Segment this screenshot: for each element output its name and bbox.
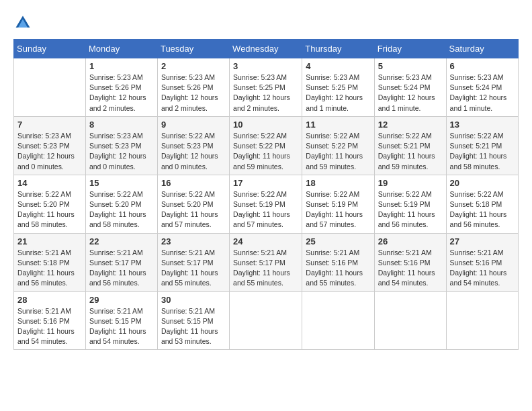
calendar-cell: 2Sunrise: 5:23 AM Sunset: 5:26 PM Daylig… [157, 58, 229, 117]
calendar-week-row: 1Sunrise: 5:23 AM Sunset: 5:26 PM Daylig… [14, 58, 519, 117]
day-number: 4 [306, 61, 370, 71]
day-info: Sunrise: 5:23 AM Sunset: 5:25 PM Dayligh… [233, 73, 298, 113]
day-number: 14 [17, 178, 82, 188]
day-number: 18 [306, 178, 370, 188]
calendar-cell: 27Sunrise: 5:21 AM Sunset: 5:16 PM Dayli… [446, 233, 518, 291]
day-info: Sunrise: 5:23 AM Sunset: 5:23 PM Dayligh… [17, 131, 82, 172]
day-info: Sunrise: 5:21 AM Sunset: 5:16 PM Dayligh… [450, 248, 515, 289]
day-number: 23 [161, 236, 226, 246]
calendar-cell [230, 291, 302, 350]
calendar-table: SundayMondayTuesdayWednesdayThursdayFrid… [13, 39, 519, 350]
calendar-cell: 12Sunrise: 5:22 AM Sunset: 5:21 PM Dayli… [374, 116, 446, 175]
day-number: 24 [233, 236, 298, 246]
day-number: 7 [17, 120, 82, 130]
day-info: Sunrise: 5:21 AM Sunset: 5:15 PM Dayligh… [161, 306, 226, 347]
day-number: 3 [233, 61, 298, 71]
calendar-cell: 25Sunrise: 5:21 AM Sunset: 5:16 PM Dayli… [302, 233, 374, 291]
day-number: 26 [378, 236, 443, 246]
calendar-cell: 6Sunrise: 5:23 AM Sunset: 5:24 PM Daylig… [446, 58, 518, 117]
day-number: 20 [450, 178, 515, 188]
day-info: Sunrise: 5:22 AM Sunset: 5:20 PM Dayligh… [89, 189, 154, 230]
weekday-header: Tuesday [157, 40, 229, 58]
day-info: Sunrise: 5:23 AM Sunset: 5:25 PM Dayligh… [306, 73, 370, 113]
calendar-cell: 14Sunrise: 5:22 AM Sunset: 5:20 PM Dayli… [14, 175, 86, 233]
day-number: 16 [161, 178, 226, 188]
day-number: 13 [450, 120, 515, 130]
calendar-cell: 20Sunrise: 5:22 AM Sunset: 5:18 PM Dayli… [446, 175, 518, 233]
day-number: 29 [89, 295, 154, 305]
day-number: 9 [161, 120, 226, 130]
day-number: 15 [89, 178, 154, 188]
calendar-cell: 11Sunrise: 5:22 AM Sunset: 5:22 PM Dayli… [302, 116, 374, 175]
calendar-cell: 24Sunrise: 5:21 AM Sunset: 5:17 PM Dayli… [230, 233, 302, 291]
calendar-cell: 21Sunrise: 5:21 AM Sunset: 5:18 PM Dayli… [14, 233, 86, 291]
calendar-cell: 30Sunrise: 5:21 AM Sunset: 5:15 PM Dayli… [157, 291, 229, 350]
day-info: Sunrise: 5:22 AM Sunset: 5:19 PM Dayligh… [378, 189, 443, 230]
calendar-cell: 28Sunrise: 5:21 AM Sunset: 5:16 PM Dayli… [14, 291, 86, 350]
calendar-cell: 23Sunrise: 5:21 AM Sunset: 5:17 PM Dayli… [157, 233, 229, 291]
calendar-cell: 7Sunrise: 5:23 AM Sunset: 5:23 PM Daylig… [14, 116, 86, 175]
calendar-cell: 13Sunrise: 5:22 AM Sunset: 5:21 PM Dayli… [446, 116, 518, 175]
day-info: Sunrise: 5:22 AM Sunset: 5:18 PM Dayligh… [450, 189, 515, 230]
day-info: Sunrise: 5:22 AM Sunset: 5:21 PM Dayligh… [450, 131, 515, 172]
day-info: Sunrise: 5:21 AM Sunset: 5:17 PM Dayligh… [161, 248, 226, 289]
day-number: 10 [233, 120, 298, 130]
weekday-header: Sunday [14, 40, 86, 58]
logo [13, 13, 35, 32]
calendar-cell [374, 291, 446, 350]
day-info: Sunrise: 5:23 AM Sunset: 5:26 PM Dayligh… [89, 73, 154, 113]
calendar-cell: 26Sunrise: 5:21 AM Sunset: 5:16 PM Dayli… [374, 233, 446, 291]
day-info: Sunrise: 5:21 AM Sunset: 5:17 PM Dayligh… [89, 248, 154, 289]
calendar-week-row: 28Sunrise: 5:21 AM Sunset: 5:16 PM Dayli… [14, 291, 519, 350]
calendar-cell: 1Sunrise: 5:23 AM Sunset: 5:26 PM Daylig… [85, 58, 157, 117]
day-info: Sunrise: 5:22 AM Sunset: 5:19 PM Dayligh… [233, 189, 298, 230]
day-number: 21 [17, 236, 82, 246]
day-info: Sunrise: 5:22 AM Sunset: 5:20 PM Dayligh… [17, 189, 82, 230]
calendar-cell: 9Sunrise: 5:22 AM Sunset: 5:23 PM Daylig… [157, 116, 229, 175]
calendar-cell [14, 58, 86, 117]
weekday-header: Saturday [446, 40, 518, 58]
weekday-header: Thursday [302, 40, 374, 58]
calendar-cell: 17Sunrise: 5:22 AM Sunset: 5:19 PM Dayli… [230, 175, 302, 233]
calendar-cell: 22Sunrise: 5:21 AM Sunset: 5:17 PM Dayli… [85, 233, 157, 291]
day-info: Sunrise: 5:21 AM Sunset: 5:16 PM Dayligh… [306, 248, 370, 289]
calendar-cell: 8Sunrise: 5:23 AM Sunset: 5:23 PM Daylig… [85, 116, 157, 175]
day-info: Sunrise: 5:23 AM Sunset: 5:23 PM Dayligh… [89, 131, 154, 172]
calendar-cell [446, 291, 518, 350]
day-info: Sunrise: 5:22 AM Sunset: 5:22 PM Dayligh… [306, 131, 370, 172]
calendar-week-row: 7Sunrise: 5:23 AM Sunset: 5:23 PM Daylig… [14, 116, 519, 175]
calendar-cell: 5Sunrise: 5:23 AM Sunset: 5:24 PM Daylig… [374, 58, 446, 117]
day-info: Sunrise: 5:22 AM Sunset: 5:22 PM Dayligh… [233, 131, 298, 172]
weekday-header: Friday [374, 40, 446, 58]
day-info: Sunrise: 5:22 AM Sunset: 5:23 PM Dayligh… [161, 131, 226, 172]
day-info: Sunrise: 5:22 AM Sunset: 5:19 PM Dayligh… [306, 189, 370, 230]
day-number: 27 [450, 236, 515, 246]
weekday-header: Wednesday [230, 40, 302, 58]
weekday-header: Monday [85, 40, 157, 58]
calendar-cell: 15Sunrise: 5:22 AM Sunset: 5:20 PM Dayli… [85, 175, 157, 233]
calendar-cell: 4Sunrise: 5:23 AM Sunset: 5:25 PM Daylig… [302, 58, 374, 117]
calendar-cell: 16Sunrise: 5:22 AM Sunset: 5:20 PM Dayli… [157, 175, 229, 233]
day-info: Sunrise: 5:23 AM Sunset: 5:24 PM Dayligh… [450, 73, 515, 113]
day-number: 22 [89, 236, 154, 246]
calendar-cell: 29Sunrise: 5:21 AM Sunset: 5:15 PM Dayli… [85, 291, 157, 350]
calendar-cell: 19Sunrise: 5:22 AM Sunset: 5:19 PM Dayli… [374, 175, 446, 233]
day-info: Sunrise: 5:21 AM Sunset: 5:18 PM Dayligh… [17, 248, 82, 289]
day-info: Sunrise: 5:23 AM Sunset: 5:26 PM Dayligh… [161, 73, 226, 113]
calendar-cell [302, 291, 374, 350]
calendar-week-row: 21Sunrise: 5:21 AM Sunset: 5:18 PM Dayli… [14, 233, 519, 291]
calendar-week-row: 14Sunrise: 5:22 AM Sunset: 5:20 PM Dayli… [14, 175, 519, 233]
day-number: 28 [17, 295, 82, 305]
day-number: 6 [450, 61, 515, 71]
calendar-header: SundayMondayTuesdayWednesdayThursdayFrid… [14, 40, 519, 58]
calendar-cell: 18Sunrise: 5:22 AM Sunset: 5:19 PM Dayli… [302, 175, 374, 233]
day-info: Sunrise: 5:21 AM Sunset: 5:16 PM Dayligh… [378, 248, 443, 289]
day-number: 2 [161, 61, 226, 71]
logo-icon [13, 13, 32, 32]
calendar-cell: 3Sunrise: 5:23 AM Sunset: 5:25 PM Daylig… [230, 58, 302, 117]
page-header [13, 13, 519, 32]
day-info: Sunrise: 5:22 AM Sunset: 5:20 PM Dayligh… [161, 189, 226, 230]
day-number: 19 [378, 178, 443, 188]
day-number: 12 [378, 120, 443, 130]
day-info: Sunrise: 5:22 AM Sunset: 5:21 PM Dayligh… [378, 131, 443, 172]
